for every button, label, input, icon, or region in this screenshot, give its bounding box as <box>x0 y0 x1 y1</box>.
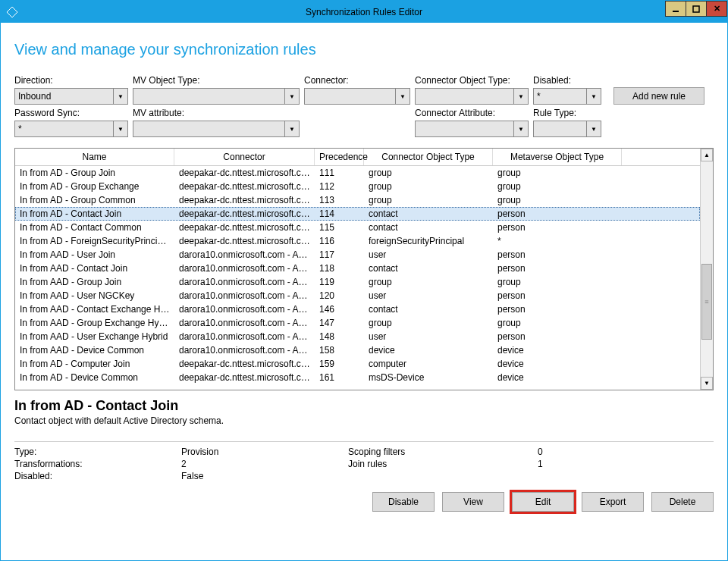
cell-precedence: 111 <box>315 168 364 178</box>
table-row[interactable]: In from AD - Device Commondeepakar-dc.nt… <box>15 371 700 384</box>
cell-precedence: 117 <box>315 249 364 260</box>
scroll-track[interactable]: ≡ <box>701 161 713 377</box>
col-connector-object-type[interactable]: Connector Object Type <box>364 149 493 165</box>
chevron-down-icon[interactable]: ▼ <box>586 121 601 137</box>
table-row[interactable]: In from AD - Group Joindeepakar-dc.nttes… <box>15 166 700 180</box>
cell-precedence: 148 <box>315 331 364 342</box>
scroll-thumb[interactable]: ≡ <box>701 264 712 340</box>
vertical-scrollbar[interactable]: ▲ ≡ ▼ <box>700 149 713 390</box>
cell-name: In from AAD - Contact Exchange Hybrid <box>15 304 174 315</box>
cell-connector: deepakar-dc.nttest.microsoft.com <box>174 195 315 205</box>
disabled-prop-label: Disabled: <box>14 471 181 481</box>
table-row[interactable]: In from AAD - Group Exchange Hybriddaror… <box>15 316 700 330</box>
table-row[interactable]: In from AAD - Contact Exchange Hybriddar… <box>15 302 700 316</box>
disabled-combo[interactable]: * ▼ <box>533 88 601 105</box>
mv-attribute-field <box>133 121 285 137</box>
table-row[interactable]: In from AD - Contact Commondeepakar-dc.n… <box>15 221 700 234</box>
mv-attribute-combo[interactable]: ▼ <box>133 121 300 137</box>
add-new-rule-button[interactable]: Add new rule <box>613 87 704 105</box>
cell-connector: darora10.onmicrosoft.com - AAD <box>174 331 315 342</box>
cell-cot: msDS-Device <box>364 372 493 383</box>
chevron-down-icon[interactable]: ▼ <box>513 88 529 105</box>
col-connector[interactable]: Connector <box>174 149 315 165</box>
titlebar[interactable]: Synchronization Rules Editor ✕ <box>1 1 727 23</box>
disabled-field: * <box>533 88 587 105</box>
cell-name: In from AAD - Group Exchange Hybrid <box>15 318 174 328</box>
table-row[interactable]: In from AAD - User NGCKeydarora10.onmicr… <box>15 289 700 302</box>
table-row[interactable]: In from AAD - Contact Joindarora10.onmic… <box>15 262 700 275</box>
cell-cot: group <box>364 195 493 205</box>
table-row[interactable]: In from AD - Group Exchangedeepakar-dc.n… <box>15 180 700 193</box>
table-row[interactable]: In from AD - Contact Joindeepakar-dc.ntt… <box>15 207 700 221</box>
cell-connector: darora10.onmicrosoft.com - AAD <box>174 249 315 260</box>
chevron-down-icon[interactable]: ▼ <box>513 121 529 137</box>
svg-rect-2 <box>693 6 699 12</box>
cell-precedence: 116 <box>315 236 364 246</box>
type-label: Type: <box>14 447 181 457</box>
scroll-down-button[interactable]: ▼ <box>701 377 713 390</box>
mv-object-type-combo[interactable]: ▼ <box>133 88 300 105</box>
table-row[interactable]: In from AD - Group Commondeepakar-dc.ntt… <box>15 193 700 207</box>
cell-precedence: 118 <box>315 263 364 274</box>
chevron-down-icon[interactable]: ▼ <box>113 88 128 105</box>
edit-button[interactable]: Edit <box>512 492 574 512</box>
table-row[interactable]: In from AAD - User Joindarora10.onmicros… <box>15 248 700 262</box>
table-row[interactable]: In from AAD - Group Joindarora10.onmicro… <box>15 275 700 289</box>
connector-attribute-combo[interactable]: ▼ <box>415 121 529 137</box>
table-row[interactable]: In from AAD - User Exchange Hybriddarora… <box>15 330 700 343</box>
rule-type-combo[interactable]: ▼ <box>533 121 601 137</box>
app-window: Synchronization Rules Editor ✕ View and … <box>0 0 728 561</box>
chevron-down-icon[interactable]: ▼ <box>395 88 410 105</box>
cell-precedence: 114 <box>315 208 364 219</box>
export-button[interactable]: Export <box>582 492 644 512</box>
grid-body: In from AD - Group Joindeepakar-dc.nttes… <box>15 166 700 384</box>
chevron-down-icon[interactable]: ▼ <box>284 121 300 137</box>
cell-name: In from AD - Group Common <box>15 195 174 205</box>
connector-combo[interactable]: ▼ <box>304 88 410 105</box>
col-precedence[interactable]: Precedence <box>315 149 364 165</box>
table-row[interactable]: In from AD - ForeignSecurityPrincipal Jo… <box>15 234 700 248</box>
disabled-label: Disabled: <box>533 75 601 86</box>
cell-cot: contact <box>364 263 493 274</box>
table-row[interactable]: In from AAD - Device Commondarora10.onmi… <box>15 343 700 357</box>
cell-name: In from AD - Contact Join <box>15 208 174 219</box>
cell-precedence: 159 <box>315 359 364 369</box>
disabled-prop-value: False <box>181 471 348 481</box>
cell-mot: person <box>493 263 622 274</box>
maximize-button[interactable] <box>686 1 707 17</box>
direction-combo[interactable]: Inbound ▼ <box>14 88 128 105</box>
delete-button[interactable]: Delete <box>651 492 714 512</box>
rule-type-label: Rule Type: <box>533 108 601 118</box>
cell-cot: user <box>364 331 493 342</box>
chevron-down-icon[interactable]: ▼ <box>113 121 128 137</box>
cell-mot: device <box>493 372 622 383</box>
disable-button[interactable]: Disable <box>372 492 435 512</box>
cell-precedence: 113 <box>315 195 364 205</box>
cell-connector: deepakar-dc.nttest.microsoft.com <box>174 236 315 246</box>
detail-description: Contact object with default Active Direc… <box>14 415 714 426</box>
connector-object-type-combo[interactable]: ▼ <box>415 88 529 105</box>
cell-name: In from AD - Contact Common <box>15 222 174 233</box>
close-button[interactable]: ✕ <box>706 1 727 17</box>
cell-precedence: 158 <box>315 345 364 356</box>
password-sync-combo[interactable]: * ▼ <box>14 121 128 137</box>
connector-object-type-label: Connector Object Type: <box>415 75 529 86</box>
scroll-up-button[interactable]: ▲ <box>701 149 713 161</box>
cell-cot: foreignSecurityPrincipal <box>364 236 493 246</box>
minimize-button[interactable] <box>665 1 686 17</box>
cell-connector: darora10.onmicrosoft.com - AAD <box>174 290 315 301</box>
cell-mot: person <box>493 304 622 315</box>
cell-name: In from AD - Group Join <box>15 168 174 178</box>
chevron-down-icon[interactable]: ▼ <box>586 88 601 105</box>
detail-title: In from AD - Contact Join <box>14 398 714 414</box>
scoping-filters-value: 0 <box>538 447 629 457</box>
cell-precedence: 119 <box>315 277 364 287</box>
cell-name: In from AAD - Device Common <box>15 345 174 356</box>
cell-mot: group <box>493 168 622 178</box>
chevron-down-icon[interactable]: ▼ <box>284 88 300 105</box>
col-metaverse-object-type[interactable]: Metaverse Object Type <box>493 149 622 165</box>
cell-precedence: 161 <box>315 372 364 383</box>
view-button[interactable]: View <box>442 492 504 512</box>
table-row[interactable]: In from AD - Computer Joindeepakar-dc.nt… <box>15 357 700 371</box>
col-name[interactable]: Name <box>15 149 174 165</box>
